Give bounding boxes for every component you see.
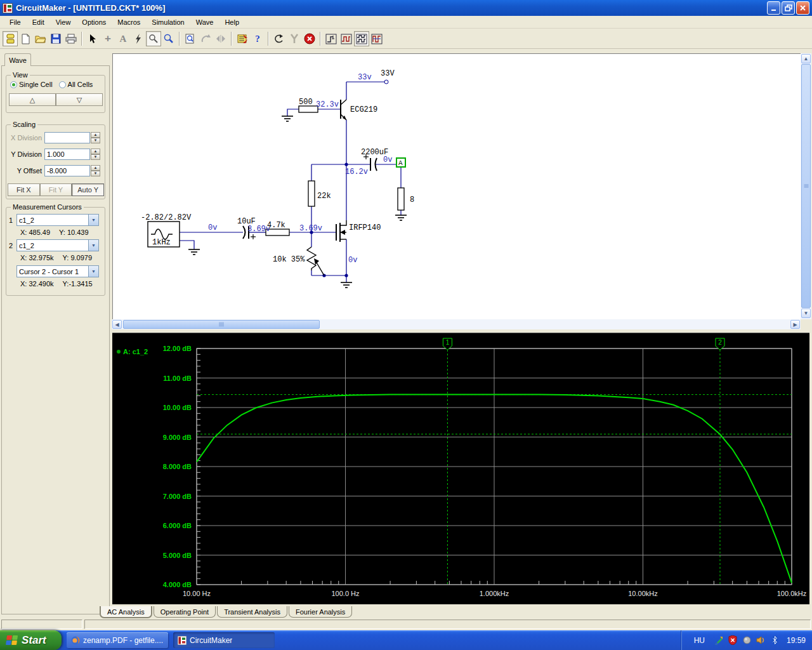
bluetooth-tray-icon[interactable] [770, 635, 780, 645]
x-division-spinner[interactable]: ▲▼ [91, 132, 100, 143]
part-browser-button[interactable] [3, 31, 18, 46]
task-zenamp-pdf[interactable]: zenamp.PDF - getfile.... [67, 632, 168, 648]
tab-operating-point[interactable]: Operating Point [154, 606, 216, 618]
waveform-1-button[interactable] [324, 31, 339, 46]
app-icon[interactable] [3, 3, 13, 13]
zoom-tool-button[interactable] [161, 31, 176, 46]
dropdown-arrow-icon[interactable]: ▼ [88, 266, 98, 277]
graphics-tool-tray-icon[interactable] [714, 635, 724, 645]
close-button[interactable] [796, 1, 809, 15]
delete-tool-button[interactable] [131, 31, 146, 46]
all-cells-radio[interactable]: All Cells [59, 81, 93, 88]
step-button[interactable] [287, 31, 302, 46]
rotate-button[interactable] [198, 31, 213, 46]
help-icon: ? [255, 34, 260, 44]
tab-transient-analysis[interactable]: Transient Analysis [217, 606, 287, 618]
gray-orb-tray-icon[interactable] [742, 635, 752, 645]
security-alert-tray-icon[interactable] [728, 635, 738, 645]
status-bar [0, 619, 812, 630]
language-indicator[interactable]: HU [689, 635, 710, 646]
q1-label: ECG219 [350, 105, 377, 114]
find-device-button[interactable] [183, 31, 198, 46]
cell-up-button[interactable]: △ [9, 93, 56, 106]
waveform-3-button[interactable] [354, 31, 369, 46]
menu-wave[interactable]: Wave [190, 17, 219, 28]
cursor1-signal-select[interactable]: c1_2▼ [16, 214, 99, 226]
scroll-left-arrow[interactable]: ◀ [112, 320, 122, 329]
taskbar-clock[interactable]: 19:59 [787, 636, 806, 645]
window-title: CircuitMaker - [UNTITLED.CKT* 100%] [16, 3, 767, 13]
cursor-diff-select[interactable]: Cursor 2 - Cursor 1▼ [16, 265, 99, 277]
stop-button[interactable] [302, 31, 317, 46]
start-button[interactable]: Start [0, 630, 62, 650]
cursor2-index: 2 [9, 242, 16, 249]
cursor-1-flag-label: 1 [446, 339, 450, 346]
auto-y-button[interactable]: Auto Y [72, 183, 104, 196]
r-base-label: 500 [299, 98, 313, 107]
print-button[interactable] [63, 31, 79, 46]
tab-fourier-analysis[interactable]: Fourier Analysis [289, 606, 352, 618]
cursor2-y-value: Y: 9.0979 [63, 254, 93, 262]
cursor-2-flag-label: 2 [718, 339, 722, 346]
dropdown-arrow-icon[interactable]: ▼ [88, 215, 98, 225]
dropdown-arrow-icon[interactable]: ▼ [88, 240, 98, 251]
circuitmaker-icon [177, 635, 187, 645]
scroll-right-arrow[interactable]: ▶ [790, 320, 800, 329]
digital-analog-option-button[interactable] [235, 31, 250, 46]
circuit-vertical-scrollbar[interactable]: ▲ ▼ [801, 53, 811, 319]
y-offset-spinner[interactable]: ▲▼ [91, 165, 100, 176]
tab-ac-analysis[interactable]: AC Analysis [100, 606, 152, 618]
x-division-input[interactable] [44, 132, 90, 143]
taskbar: Start zenamp.PDF - getfile.... CircuitMa… [0, 630, 812, 650]
waveform-plot[interactable]: 1212.00 dB11.00 dB10.00 dB9.000 dB8.000 … [112, 333, 809, 604]
y-offset-label: Y Offset [9, 167, 44, 175]
restore-button[interactable] [782, 1, 795, 15]
wave-panel-tab[interactable]: Wave [4, 53, 31, 66]
menu-edit[interactable]: Edit [27, 17, 50, 28]
menu-simulation[interactable]: Simulation [146, 17, 190, 28]
probe-tool-button[interactable] [146, 31, 161, 46]
y-division-spinner[interactable]: ▲▼ [91, 149, 100, 160]
cell-down-button[interactable]: ▽ [56, 93, 103, 106]
mirror-button[interactable] [213, 31, 228, 46]
fit-y-button[interactable]: Fit Y [40, 183, 72, 196]
save-file-button[interactable] [48, 31, 63, 46]
r-series-label: 4.7k [267, 221, 285, 230]
single-cell-radio[interactable]: Single Cell [10, 81, 53, 88]
schematic-canvas[interactable]: 33v 33V 500 32.3v ECG219 2200uF 16.2v 0v… [112, 53, 801, 319]
task-circuitmaker[interactable]: CircuitMaker [173, 632, 275, 648]
menu-help[interactable]: Help [219, 17, 245, 28]
scroll-up-arrow[interactable]: ▲ [801, 54, 811, 63]
vertical-scroll-thumb[interactable] [801, 64, 811, 308]
y-offset-input[interactable]: -8.000 [44, 165, 90, 176]
new-file-button[interactable] [18, 31, 33, 46]
reset-button[interactable] [272, 31, 287, 46]
radio-icon [10, 81, 17, 88]
cursor2-signal-select[interactable]: c1_2▼ [16, 239, 99, 251]
arrow-tool-button[interactable] [85, 31, 100, 46]
cursor2-x-value: X: 32.975k [20, 254, 54, 262]
volume-tray-icon[interactable] [756, 635, 766, 645]
waveform-4-button[interactable] [369, 31, 384, 46]
waveform-2-button[interactable] [339, 31, 354, 46]
supply-33v-label: 33V [381, 69, 395, 78]
task-label: zenamp.PDF - getfile.... [83, 636, 163, 645]
circuit-horizontal-scrollbar[interactable]: ◀ ▶ [112, 319, 801, 329]
cursor-diff-y-value: Y:-1.3415 [63, 280, 93, 288]
y-axis-tick-label: 6.000 dB [163, 522, 192, 529]
system-tray: HU 19:59 [681, 630, 812, 650]
minimize-button[interactable] [767, 1, 780, 15]
menu-view[interactable]: View [50, 17, 77, 28]
text-tool-button[interactable]: A [115, 31, 131, 46]
menu-file[interactable]: File [4, 17, 27, 28]
y-division-input[interactable]: 1.000 [44, 149, 90, 160]
scroll-down-arrow[interactable]: ▼ [801, 308, 811, 318]
x-axis-tick-label: 100.0 Hz [331, 590, 359, 597]
horizontal-scroll-thumb[interactable] [123, 320, 320, 329]
menu-macros[interactable]: Macros [112, 17, 146, 28]
fit-x-button[interactable]: Fit X [8, 183, 40, 196]
open-file-button[interactable] [33, 31, 48, 46]
wire-tool-button[interactable]: + [100, 31, 115, 46]
help-button[interactable]: ? [250, 31, 265, 46]
menu-options[interactable]: Options [76, 17, 112, 28]
